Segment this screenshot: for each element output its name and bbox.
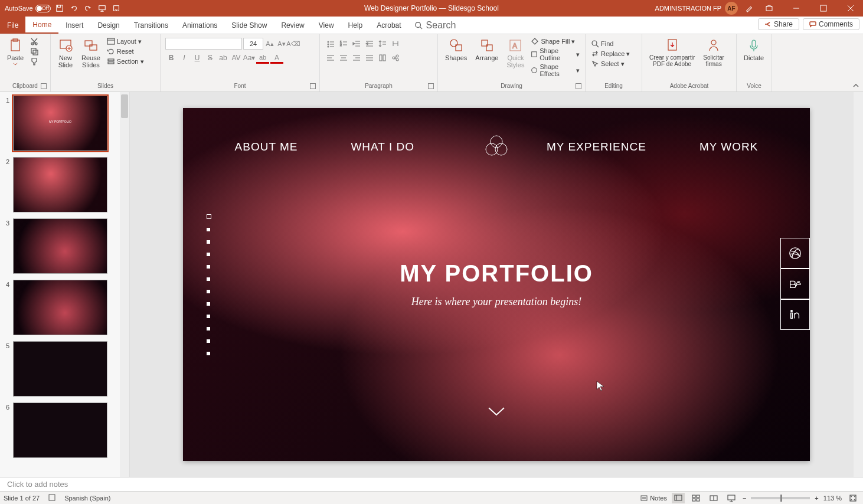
behance-icon[interactable]: [780, 269, 810, 299]
tab-view[interactable]: View: [312, 17, 341, 34]
reset-button[interactable]: Reset: [105, 47, 146, 56]
nav-experience[interactable]: MY EXPERIENCE: [547, 140, 646, 153]
paste-button[interactable]: Paste: [4, 37, 27, 67]
align-right-button[interactable]: [351, 52, 362, 64]
zoom-in-button[interactable]: +: [815, 495, 818, 502]
thumbnail[interactable]: [13, 402, 107, 458]
present-icon[interactable]: [97, 3, 107, 14]
sorter-view-button[interactable]: [689, 493, 702, 503]
arrange-button[interactable]: Arrange: [472, 37, 502, 63]
thumbnail-row[interactable]: 6: [2, 402, 127, 458]
thumbnail[interactable]: [13, 157, 107, 212]
slide[interactable]: ABOUT ME WHAT I DO MY EXPERIENCE MY WORK…: [183, 108, 810, 461]
notes-pane[interactable]: Click to add notes: [0, 477, 863, 491]
shape-outline-button[interactable]: Shape Outline▾: [529, 47, 581, 62]
new-slide-button[interactable]: New Slide: [54, 37, 77, 70]
tab-review[interactable]: Review: [274, 17, 311, 34]
paragraph-launcher[interactable]: [428, 83, 434, 89]
thumbnail[interactable]: [13, 280, 107, 335]
nav-work[interactable]: MY WORK: [699, 140, 759, 153]
shadow-button[interactable]: ab: [217, 52, 229, 64]
close-button[interactable]: [838, 0, 863, 17]
draw-mode-icon[interactable]: [744, 3, 754, 14]
nav-whatido[interactable]: WHAT I DO: [351, 140, 414, 153]
tab-insert[interactable]: Insert: [58, 17, 90, 34]
underline-button[interactable]: U: [191, 52, 203, 64]
reuse-slides-button[interactable]: Reuse Slides: [78, 37, 104, 70]
bold-button[interactable]: B: [165, 52, 177, 64]
accessibility-icon[interactable]: [48, 493, 56, 503]
spacing-button[interactable]: AV: [230, 52, 242, 64]
font-name-combo[interactable]: [165, 38, 242, 50]
tab-help[interactable]: Help: [341, 17, 370, 34]
increase-font-button[interactable]: A▴: [264, 38, 275, 49]
tab-acrobat[interactable]: Acrobat: [370, 17, 408, 34]
outdent-button[interactable]: [351, 38, 362, 50]
search-box[interactable]: Search: [408, 17, 462, 34]
decrease-font-button[interactable]: A▾: [276, 38, 287, 49]
numbering-button[interactable]: 12: [338, 38, 349, 50]
linkedin-icon[interactable]: [780, 299, 810, 330]
font-size-combo[interactable]: 24: [243, 38, 263, 50]
fit-window-button[interactable]: [846, 493, 859, 503]
zoom-level[interactable]: 113 %: [823, 495, 842, 502]
qat-more-icon[interactable]: [111, 3, 122, 14]
dictate-button[interactable]: Dictate: [740, 37, 767, 63]
indent-button[interactable]: [364, 38, 375, 50]
share-button[interactable]: Share: [758, 18, 799, 30]
autosave-toggle[interactable]: AutoSave Off: [5, 5, 51, 12]
minimize-button[interactable]: [784, 0, 809, 17]
scroll-down-icon[interactable]: [486, 405, 506, 420]
line-spacing-button[interactable]: [377, 38, 388, 50]
tab-home[interactable]: Home: [25, 17, 58, 34]
tab-design[interactable]: Design: [90, 17, 126, 34]
thumbnail-row[interactable]: 3: [2, 218, 127, 274]
select-button[interactable]: Select▾: [589, 59, 632, 68]
slide-title[interactable]: MY PORTFOLIO: [183, 260, 810, 287]
highlight-button[interactable]: ab: [256, 52, 269, 64]
zoom-out-button[interactable]: −: [743, 495, 746, 502]
request-sign-button[interactable]: Solicitar firmas: [699, 37, 728, 68]
columns-button[interactable]: [377, 52, 388, 64]
shapes-button[interactable]: Shapes: [442, 37, 470, 63]
italic-button[interactable]: I: [178, 52, 190, 64]
align-center-button[interactable]: [338, 52, 349, 64]
shape-effects-button[interactable]: Shape Effects▾: [529, 63, 581, 78]
slideshow-view-button[interactable]: [725, 493, 738, 503]
redo-icon[interactable]: [83, 3, 93, 14]
ribbon-display-icon[interactable]: [757, 0, 782, 17]
thumbnail-panel[interactable]: 1MY PORTFOLIO23456: [0, 92, 130, 477]
clear-format-button[interactable]: A⌫: [288, 38, 299, 49]
font-launcher[interactable]: [310, 83, 316, 89]
font-color-button[interactable]: A: [270, 52, 283, 64]
align-left-button[interactable]: [325, 52, 336, 64]
zoom-slider[interactable]: [751, 497, 810, 499]
text-direction-button[interactable]: [390, 38, 401, 50]
create-pdf-button[interactable]: Crear y compartir PDF de Adobe: [646, 37, 698, 68]
maximize-button[interactable]: [811, 0, 836, 17]
layout-button[interactable]: Layout▾: [105, 37, 146, 46]
normal-view-button[interactable]: [672, 493, 685, 503]
slide-counter[interactable]: Slide 1 of 27: [4, 495, 40, 502]
tab-animations[interactable]: Animations: [175, 17, 224, 34]
tab-file[interactable]: File: [0, 17, 25, 34]
thumbnail-row[interactable]: 2: [2, 157, 127, 212]
language-indicator[interactable]: Spanish (Spain): [64, 495, 110, 502]
strike-button[interactable]: S: [204, 52, 216, 64]
thumbnail[interactable]: [13, 218, 107, 274]
clipboard-launcher[interactable]: [41, 83, 47, 89]
cut-button[interactable]: [28, 37, 40, 46]
thumbnail-row[interactable]: 1MY PORTFOLIO: [2, 96, 127, 151]
tab-transitions[interactable]: Transitions: [127, 17, 175, 34]
canvas-scrollbar[interactable]: [854, 92, 863, 477]
justify-button[interactable]: [364, 52, 375, 64]
quick-styles-button[interactable]: AQuick Styles: [503, 37, 528, 70]
format-painter-button[interactable]: [28, 57, 40, 66]
copy-button[interactable]: [28, 47, 40, 56]
reading-view-button[interactable]: [707, 493, 720, 503]
case-button[interactable]: Aa▾: [243, 52, 255, 64]
smartart-button[interactable]: [390, 52, 401, 64]
section-button[interactable]: Section▾: [105, 57, 146, 66]
tab-slideshow[interactable]: Slide Show: [224, 17, 274, 34]
thumbnail[interactable]: MY PORTFOLIO: [13, 96, 107, 151]
